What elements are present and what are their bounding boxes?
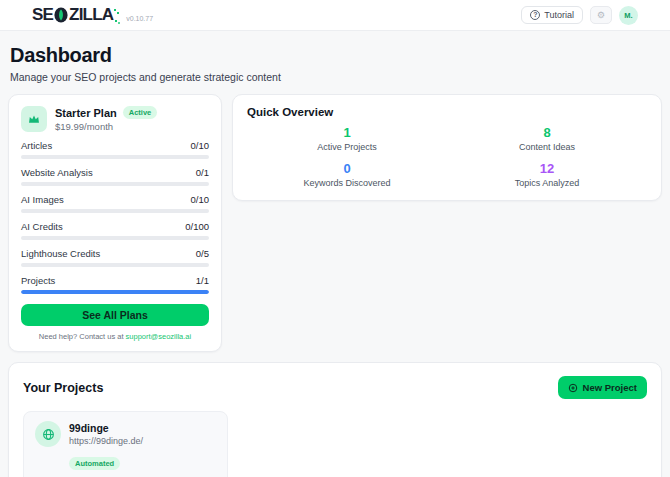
usage-progress-track (21, 236, 209, 240)
project-card-header: 99dinge https://99dinge.de/ (35, 421, 216, 447)
plan-card: Starter Plan Active $19.99/month Article… (8, 94, 222, 352)
logo-leaf-o-icon (54, 7, 68, 23)
logo-text-post: ZILLA (69, 5, 113, 25)
top-cards-row: Starter Plan Active $19.99/month Article… (8, 94, 662, 352)
user-avatar[interactable]: M. (619, 6, 638, 25)
stat-label: Content Ideas (447, 142, 647, 152)
project-url: https://99dinge.de/ (69, 436, 143, 446)
app-version: v0.10.77 (126, 15, 153, 25)
usage-row-projects: Projects 1/1 (21, 275, 209, 294)
your-projects-card: Your Projects New Project (8, 362, 662, 477)
app-header: SE ZILLA v0.10.77 ? Tutorial ⚙ M. (0, 0, 670, 31)
see-all-plans-button[interactable]: See All Plans (21, 304, 209, 326)
quick-overview-title: Quick Overview (247, 106, 647, 118)
globe-icon (35, 421, 61, 447)
usage-progress-track (21, 209, 209, 213)
stat-active-projects: 1 Active Projects (247, 125, 447, 152)
logo-text-pre: SE (32, 5, 53, 25)
usage-progress-fill (21, 290, 209, 294)
stat-value: 1 (247, 125, 447, 140)
usage-value: 0/10 (191, 140, 210, 151)
plan-info: Starter Plan Active $19.99/month (55, 106, 157, 132)
project-card-99dinge[interactable]: 99dinge https://99dinge.de/ Automated Ke… (23, 411, 228, 477)
projects-title: Your Projects (23, 381, 103, 395)
usage-progress-track (21, 155, 209, 159)
usage-label: Projects (21, 275, 55, 286)
usage-value: 0/1 (196, 167, 209, 178)
support-email-link[interactable]: support@seozilla.ai (126, 332, 192, 341)
usage-row-ai-credits: AI Credits 0/100 (21, 221, 209, 240)
plan-name: Starter Plan (55, 107, 117, 119)
help-circle-icon: ? (530, 10, 540, 20)
new-project-button[interactable]: New Project (558, 376, 647, 399)
stat-topics-analyzed: 12 Topics Analyzed (447, 161, 647, 188)
quick-overview-card: Quick Overview 1 Active Projects 8 Conte… (232, 94, 662, 201)
usage-label: AI Images (21, 194, 64, 205)
usage-progress-track (21, 263, 209, 267)
usage-value: 0/100 (185, 221, 209, 232)
usage-label: Lighthouse Credits (21, 248, 100, 259)
logo-pixels-decoration (114, 7, 121, 23)
tutorial-button-label: Tutorial (544, 10, 574, 20)
projects-header: Your Projects New Project (23, 376, 647, 399)
usage-row-website-analysis: Website Analysis 0/1 (21, 167, 209, 186)
project-card-titles: 99dinge https://99dinge.de/ (69, 421, 143, 446)
stats-grid: 1 Active Projects 8 Content Ideas 0 Keyw… (247, 125, 647, 188)
support-text: Need help? Contact us at support@seozill… (21, 332, 209, 341)
new-project-label: New Project (583, 382, 637, 393)
stat-label: Topics Analyzed (447, 178, 647, 188)
stat-value: 0 (247, 161, 447, 176)
project-badge-wrap: Automated (69, 452, 216, 470)
plan-header: Starter Plan Active $19.99/month (21, 106, 209, 132)
stat-value: 8 (447, 125, 647, 140)
usage-row-articles: Articles 0/10 (21, 140, 209, 159)
usage-label: AI Credits (21, 221, 63, 232)
stat-keywords-discovered: 0 Keywords Discovered (247, 161, 447, 188)
automated-badge: Automated (69, 457, 120, 470)
plan-status-badge: Active (123, 106, 158, 119)
gear-icon: ⚙ (597, 10, 605, 20)
usage-progress-track (21, 182, 209, 186)
project-name: 99dinge (69, 422, 143, 434)
plan-price: $19.99/month (55, 121, 157, 132)
usage-value: 1/1 (196, 275, 209, 286)
usage-label: Articles (21, 140, 52, 151)
stat-value: 12 (447, 161, 647, 176)
usage-row-lighthouse-credits: Lighthouse Credits 0/5 (21, 248, 209, 267)
usage-value: 0/10 (191, 194, 210, 205)
main-content: Dashboard Manage your SEO projects and g… (0, 31, 670, 477)
settings-button[interactable]: ⚙ (590, 6, 612, 24)
usage-value: 0/5 (196, 248, 209, 259)
stat-label: Active Projects (247, 142, 447, 152)
usage-progress-track (21, 290, 209, 294)
plus-circle-icon (568, 383, 578, 393)
app-logo[interactable]: SE ZILLA v0.10.77 (32, 5, 153, 25)
tutorial-button[interactable]: ? Tutorial (521, 6, 583, 24)
stat-content-ideas: 8 Content Ideas (447, 125, 647, 152)
page-subtitle: Manage your SEO projects and generate st… (10, 71, 662, 83)
stat-label: Keywords Discovered (247, 178, 447, 188)
usage-label: Website Analysis (21, 167, 93, 178)
page-title: Dashboard (10, 44, 662, 67)
crown-icon (21, 106, 47, 132)
usage-row-ai-images: AI Images 0/10 (21, 194, 209, 213)
header-actions: ? Tutorial ⚙ M. (521, 6, 638, 25)
